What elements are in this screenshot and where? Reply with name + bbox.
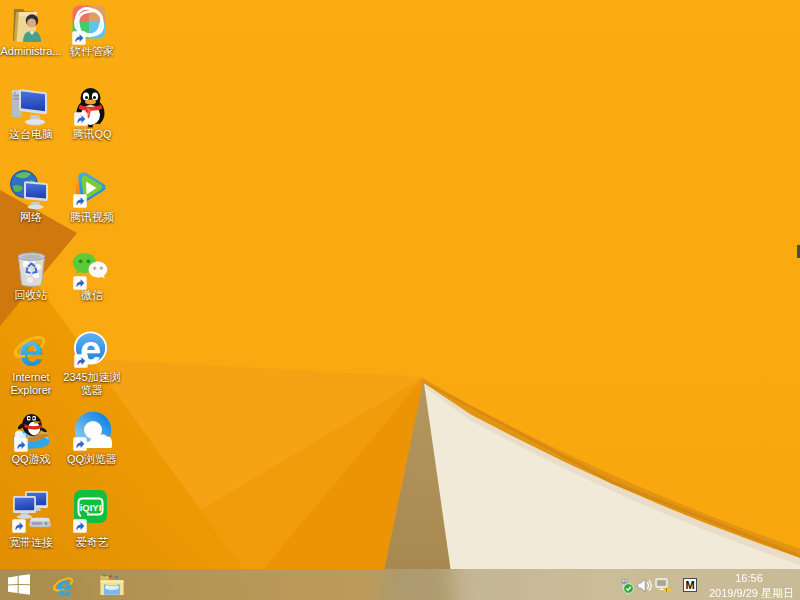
svg-text:iQIYI: iQIYI (80, 502, 102, 513)
svg-text:M: M (685, 579, 694, 591)
svg-text:e: e (56, 573, 72, 599)
svg-text:e: e (19, 329, 43, 370)
